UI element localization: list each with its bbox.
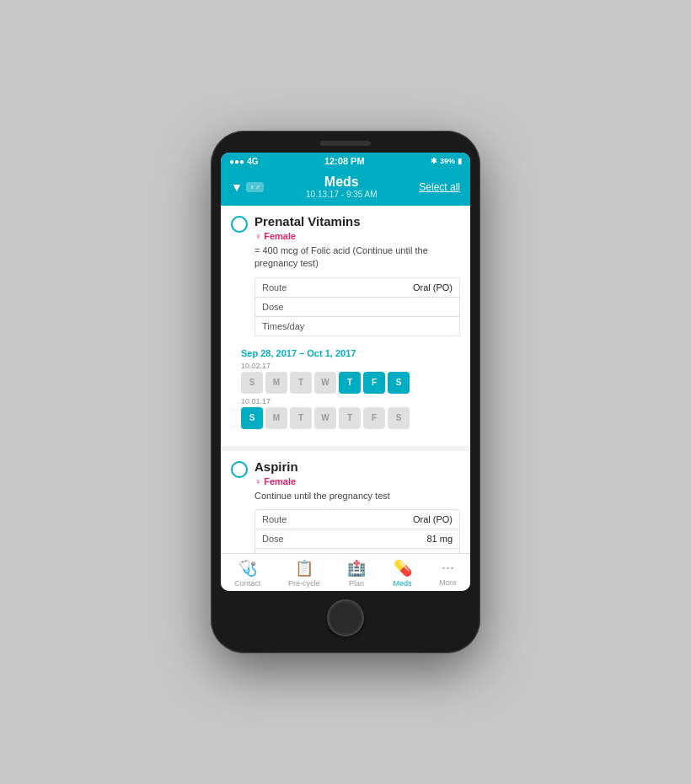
med-header-row-aspirin: Aspirin ♀ Female Continue until the preg… — [231, 459, 460, 553]
bluetooth-icon: ✱ — [431, 157, 437, 165]
day-fri: F — [363, 372, 385, 394]
week-date-label-2: 10.01.17 — [241, 397, 450, 405]
status-left: ●●● 4G — [229, 157, 258, 166]
contact-label: Contact — [234, 579, 260, 588]
select-circle-aspirin[interactable] — [231, 461, 248, 478]
day-sat-2: S — [388, 407, 410, 429]
gender-icon-prenatal: ♀ — [254, 231, 261, 241]
plan-label: Plan — [349, 579, 364, 588]
gender-label-prenatal: ♀ Female — [254, 231, 460, 241]
battery-icon: ▮ — [458, 157, 462, 165]
dose-label-aspirin: Dose — [262, 534, 284, 544]
day-tue: T — [290, 372, 312, 394]
network-label: 4G — [247, 157, 258, 166]
med-details-prenatal: Route Oral (PO) Dose Times/day — [254, 277, 460, 336]
med-description-prenatal: = 400 mcg of Folic acid (Continue until … — [254, 244, 460, 271]
phone-screen: ●●● 4G 12:08 PM ✱ 39% ▮ ▼ ♀♂ Meds 10.13.… — [221, 153, 470, 591]
route-value-prenatal: Oral (PO) — [413, 282, 453, 293]
day-wed-2: W — [314, 407, 336, 429]
med-row-route-aspirin: Route Oral (PO) — [255, 510, 459, 529]
day-wed: W — [314, 372, 336, 394]
day-mon: M — [265, 372, 287, 394]
header-center: Meds 10.13.17 - 9:35 AM — [306, 175, 378, 199]
week-date-label-1: 10.02.17 — [241, 362, 450, 370]
header-date: 10.13.17 - 9:35 AM — [306, 190, 378, 199]
day-mon-2: M — [265, 407, 287, 429]
battery-pct: 39% — [440, 157, 455, 165]
precycle-label: Pre-cycle — [288, 579, 320, 588]
med-header-row-prenatal: Prenatal Vitamins ♀ Female = 400 mcg of … — [231, 214, 460, 343]
header-left: ▼ ♀♂ — [231, 180, 264, 194]
nav-plan[interactable]: 🏥 Plan — [347, 559, 366, 588]
gender-text-prenatal: Female — [264, 231, 296, 241]
med-name-aspirin: Aspirin — [254, 459, 460, 474]
select-circle-prenatal[interactable] — [231, 216, 248, 233]
med-description-aspirin: Continue until the pregnancy test — [254, 490, 460, 502]
nav-more[interactable]: ··· More — [439, 559, 457, 588]
gender-filter-badge[interactable]: ♀♂ — [246, 182, 265, 192]
day-fri-2: F — [363, 407, 385, 429]
gender-icon-aspirin: ♀ — [254, 476, 261, 486]
status-right: ✱ 39% ▮ — [431, 157, 462, 165]
day-sun-2: S — [241, 407, 263, 429]
med-row-times-prenatal: Times/day — [255, 317, 459, 336]
page-title: Meds — [306, 175, 378, 190]
route-value-aspirin: Oral (PO) — [413, 514, 453, 524]
signal-icon: ●●● — [229, 157, 244, 166]
day-tue-2: T — [290, 407, 312, 429]
precycle-icon: 📋 — [295, 559, 313, 577]
date-section-prenatal: Sep 28, 2017 – Oct 1, 2017 10.02.17 S M … — [231, 343, 460, 438]
med-card-aspirin: Aspirin ♀ Female Continue until the preg… — [221, 451, 470, 553]
med-card-prenatal: Prenatal Vitamins ♀ Female = 400 mcg of … — [221, 206, 470, 446]
dose-value-aspirin: 81 mg — [426, 534, 453, 544]
day-sat: S — [388, 372, 410, 394]
plan-icon: 🏥 — [347, 559, 366, 577]
date-range-prenatal: Sep 28, 2017 – Oct 1, 2017 — [241, 348, 450, 358]
filter-icon[interactable]: ▼ — [231, 180, 243, 194]
gender-text-aspirin: Female — [264, 476, 296, 486]
phone-bottom — [221, 591, 470, 642]
route-label: Route — [262, 282, 287, 293]
contact-icon: 🩺 — [238, 559, 257, 577]
content-area: Prenatal Vitamins ♀ Female = 400 mcg of … — [221, 206, 470, 553]
gender-label-aspirin: ♀ Female — [254, 476, 460, 486]
meds-label: Meds — [394, 579, 412, 588]
med-content-prenatal: Prenatal Vitamins ♀ Female = 400 mcg of … — [254, 214, 460, 343]
day-thu: T — [339, 372, 361, 394]
times-label: Times/day — [262, 321, 304, 331]
med-details-aspirin: Route Oral (PO) Dose 81 mg Times/day 1 — [254, 509, 460, 553]
meds-icon: 💊 — [394, 559, 412, 577]
more-label: More — [439, 578, 457, 587]
more-icon: ··· — [442, 559, 454, 577]
time-label: 12:08 PM — [324, 156, 365, 166]
week-group-2-prenatal: 10.01.17 S M T W T F S — [241, 397, 450, 429]
home-button[interactable] — [327, 599, 364, 636]
day-pills-1-prenatal: S M T W T F S — [241, 372, 450, 394]
day-thu-2: T — [339, 407, 361, 429]
bottom-nav: 🩺 Contact 📋 Pre-cycle 🏥 Plan 💊 Meds ··· … — [221, 553, 470, 591]
med-row-dose-aspirin: Dose 81 mg — [255, 529, 459, 549]
nav-meds[interactable]: 💊 Meds — [394, 559, 412, 588]
dose-label: Dose — [262, 302, 284, 312]
day-pills-2-prenatal: S M T W T F S — [241, 407, 450, 429]
day-sun: S — [241, 372, 263, 394]
med-content-aspirin: Aspirin ♀ Female Continue until the preg… — [254, 459, 460, 553]
med-name-prenatal: Prenatal Vitamins — [254, 214, 460, 228]
phone-device: ●●● 4G 12:08 PM ✱ 39% ▮ ▼ ♀♂ Meds 10.13.… — [211, 131, 480, 653]
nav-contact[interactable]: 🩺 Contact — [234, 559, 260, 588]
status-bar: ●●● 4G 12:08 PM ✱ 39% ▮ — [221, 153, 470, 169]
nav-precycle[interactable]: 📋 Pre-cycle — [288, 559, 320, 588]
med-row-route-prenatal: Route Oral (PO) — [255, 278, 459, 298]
week-group-1-prenatal: 10.02.17 S M T W T F S — [241, 362, 450, 394]
select-all-button[interactable]: Select all — [419, 181, 460, 193]
med-row-dose-prenatal: Dose — [255, 298, 459, 317]
route-label-aspirin: Route — [262, 514, 287, 524]
phone-speaker — [320, 141, 371, 146]
app-header: ▼ ♀♂ Meds 10.13.17 - 9:35 AM Select all — [221, 169, 470, 206]
